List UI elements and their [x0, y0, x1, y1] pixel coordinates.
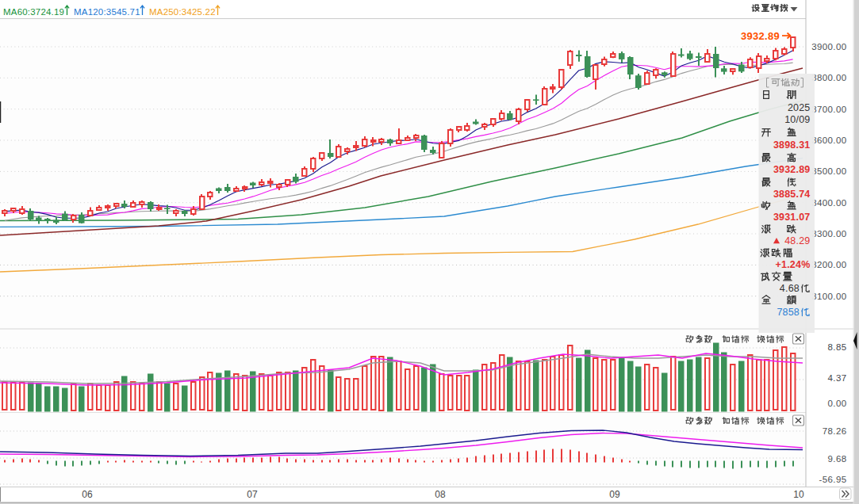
- svg-text:MA120:3545.71: MA120:3545.71: [74, 7, 140, 17]
- svg-text:3500.00: 3500.00: [811, 166, 846, 176]
- svg-text:10: 10: [793, 489, 804, 500]
- svg-text:4.37: 4.37: [828, 373, 847, 383]
- svg-text:2025: 2025: [788, 102, 811, 113]
- svg-text:78.26: 78.26: [823, 426, 847, 436]
- svg-text:07: 07: [247, 489, 258, 500]
- svg-text:10/09: 10/09: [784, 114, 810, 125]
- svg-text:4.68: 4.68: [780, 283, 800, 294]
- svg-text:3932.89: 3932.89: [741, 30, 780, 42]
- svg-text:3900.00: 3900.00: [811, 42, 846, 52]
- svg-text:48.29: 48.29: [784, 235, 810, 246]
- svg-text:8.85: 8.85: [828, 342, 847, 352]
- svg-text:0.00: 0.00: [828, 399, 847, 408]
- svg-text:MA250:3425.22: MA250:3425.22: [149, 7, 216, 17]
- svg-text:3885.74: 3885.74: [773, 189, 811, 200]
- svg-text:3898.31: 3898.31: [773, 139, 811, 151]
- svg-text:+1.24%: +1.24%: [776, 259, 811, 270]
- svg-text:08: 08: [435, 489, 446, 500]
- svg-text:3100.00: 3100.00: [811, 292, 846, 301]
- svg-text:3800.00: 3800.00: [811, 73, 846, 82]
- svg-text:06: 06: [82, 489, 93, 500]
- svg-text:9.68: 9.68: [828, 454, 847, 464]
- svg-text:3600.00: 3600.00: [811, 136, 846, 145]
- svg-text:3400.00: 3400.00: [811, 198, 846, 208]
- svg-text:3200.00: 3200.00: [811, 260, 846, 269]
- svg-text:-56.95: -56.95: [819, 475, 846, 484]
- svg-text:3931.07: 3931.07: [773, 212, 811, 223]
- svg-text:3932.89: 3932.89: [773, 164, 811, 175]
- svg-text:MA60:3724.19: MA60:3724.19: [3, 7, 64, 17]
- svg-text:3700.00: 3700.00: [811, 105, 846, 114]
- svg-text:09: 09: [609, 489, 620, 500]
- svg-text:3300.00: 3300.00: [811, 229, 846, 239]
- svg-text:7858: 7858: [777, 307, 800, 318]
